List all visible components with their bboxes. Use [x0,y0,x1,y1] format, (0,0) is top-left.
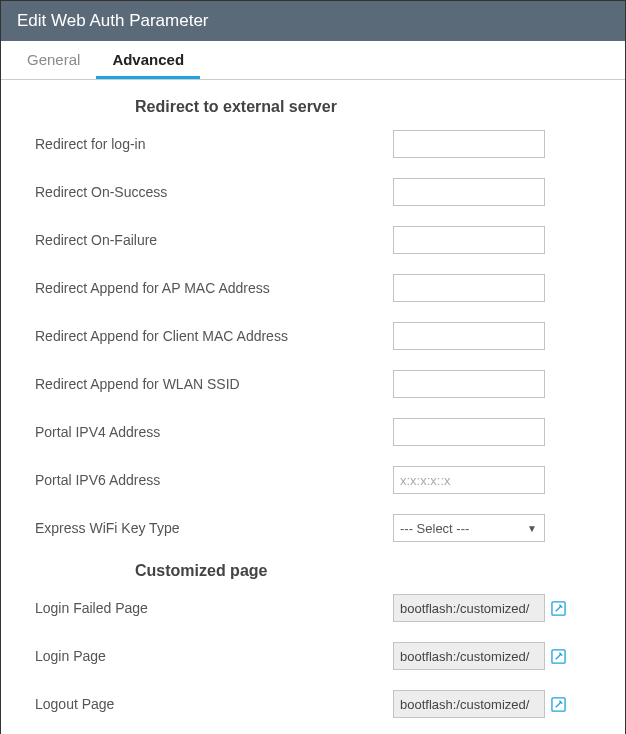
label-portal-ipv4: Portal IPV4 Address [35,424,393,440]
label-redirect-client-mac: Redirect Append for Client MAC Address [35,328,393,344]
input-redirect-ap-mac[interactable] [393,274,545,302]
row-redirect-ap-mac: Redirect Append for AP MAC Address [35,274,601,302]
section-redirect-title: Redirect to external server [135,98,601,116]
input-redirect-login[interactable] [393,130,545,158]
tab-advanced[interactable]: Advanced [96,41,200,79]
row-portal-ipv6: Portal IPV6 Address [35,466,601,494]
row-portal-ipv4: Portal IPV4 Address [35,418,601,446]
label-login-failed-page: Login Failed Page [35,600,393,616]
select-express-wifi[interactable]: --- Select --- [393,514,545,542]
panel-title: Edit Web Auth Parameter [1,1,625,41]
label-redirect-login: Redirect for log-in [35,136,393,152]
row-redirect-client-mac: Redirect Append for Client MAC Address [35,322,601,350]
section-customized-title: Customized page [135,562,601,580]
edit-icon[interactable] [551,649,566,664]
label-logout-page: Logout Page [35,696,393,712]
label-redirect-failure: Redirect On-Failure [35,232,393,248]
input-redirect-client-mac[interactable] [393,322,545,350]
tab-bar: General Advanced [1,41,625,80]
row-redirect-login: Redirect for log-in [35,130,601,158]
row-logout-page: Logout Page [35,690,601,718]
label-redirect-ap-mac: Redirect Append for AP MAC Address [35,280,393,296]
row-express-wifi: Express WiFi Key Type --- Select --- ▼ [35,514,601,542]
tab-general[interactable]: General [11,41,96,79]
label-redirect-success: Redirect On-Success [35,184,393,200]
edit-icon[interactable] [551,697,566,712]
input-portal-ipv6[interactable] [393,466,545,494]
edit-icon[interactable] [551,601,566,616]
label-express-wifi: Express WiFi Key Type [35,520,393,536]
input-redirect-ssid[interactable] [393,370,545,398]
row-redirect-success: Redirect On-Success [35,178,601,206]
input-redirect-failure[interactable] [393,226,545,254]
row-login-page: Login Page [35,642,601,670]
edit-web-auth-panel: Edit Web Auth Parameter General Advanced… [0,0,626,734]
input-login-failed-page[interactable] [393,594,545,622]
label-redirect-ssid: Redirect Append for WLAN SSID [35,376,393,392]
row-login-failed-page: Login Failed Page [35,594,601,622]
input-login-page[interactable] [393,642,545,670]
label-portal-ipv6: Portal IPV6 Address [35,472,393,488]
input-redirect-success[interactable] [393,178,545,206]
input-logout-page[interactable] [393,690,545,718]
label-login-page: Login Page [35,648,393,664]
content-area: Redirect to external server Redirect for… [1,80,625,734]
row-redirect-failure: Redirect On-Failure [35,226,601,254]
input-portal-ipv4[interactable] [393,418,545,446]
row-redirect-ssid: Redirect Append for WLAN SSID [35,370,601,398]
